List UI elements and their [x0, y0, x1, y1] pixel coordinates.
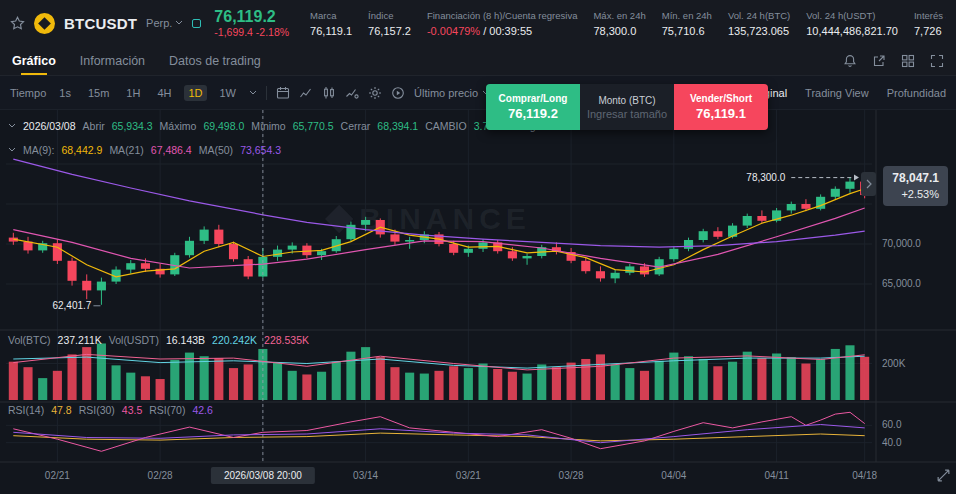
- sell-label: Vender/Short: [690, 93, 752, 104]
- indicators-icon[interactable]: [345, 86, 359, 100]
- app-header: BTCUSDT Perp. 76,119.2 -1,699.4 -2.18% M…: [0, 0, 956, 46]
- buy-label: Comprar/Long: [499, 93, 568, 104]
- ohlc-open: 65,934.3: [112, 120, 153, 132]
- amount-input[interactable]: Monto (BTC) Ingresar tamaño: [580, 84, 674, 130]
- price-change: -1,699.4 -2.18%: [214, 26, 289, 39]
- view-tabs: Original Trading View Profundidad: [749, 87, 946, 99]
- vol-btc-value: 237.211K: [58, 334, 102, 346]
- axis-scale-icon[interactable]: [936, 468, 951, 487]
- ma50-value: 73,654.3: [240, 144, 281, 156]
- svg-text:04/18: 04/18: [852, 470, 877, 481]
- svg-text:04/04: 04/04: [661, 470, 686, 481]
- svg-text:78,300.0: 78,300.0: [746, 172, 785, 183]
- sell-price: 76,119.1: [696, 106, 746, 121]
- share-icon[interactable]: [872, 54, 886, 68]
- ma9-value: 68,442.9: [62, 144, 103, 156]
- price-source-dropdown[interactable]: Último precio: [414, 87, 490, 99]
- settings-icon[interactable]: [368, 86, 382, 100]
- chevron-down-icon[interactable]: [8, 123, 16, 129]
- chevron-right-icon: [866, 179, 872, 189]
- stat-index-price: Índice76,157.2: [368, 10, 411, 37]
- price-summary: 76,119.2 -1,699.4 -2.18%: [214, 7, 289, 39]
- view-tab-profundidad[interactable]: Profundidad: [887, 87, 946, 99]
- market-stats: Marca76,119.1 Índice76,157.2 Financiació…: [310, 10, 946, 37]
- change-abs: -1,699.4: [214, 26, 253, 38]
- amount-label: Monto (BTC): [598, 95, 655, 106]
- svg-text:60.0: 60.0: [882, 419, 902, 430]
- interval-15m[interactable]: 15m: [84, 85, 113, 101]
- view-tab-tradingview[interactable]: Trading View: [805, 87, 869, 99]
- sell-short-button[interactable]: Vender/Short 76,119.1: [674, 84, 768, 130]
- collapse-panel-button[interactable]: [861, 172, 876, 196]
- chart-area: BINANCE 70,000.065,000.0200K60.040.078,3…: [0, 110, 956, 494]
- stat-volume-usdt: Vol. 24 h(USDT)10,444,486,821.70: [806, 10, 898, 37]
- crosshair-price-tag: 78,047.1 +2.53%: [883, 166, 948, 206]
- bell-icon[interactable]: [843, 54, 857, 68]
- price-chart-canvas[interactable]: 70,000.065,000.0200K60.040.078,300.062,4…: [0, 110, 956, 494]
- chart-toolbar: Tiempo 1s 15m 1H 4H 1D 1W Último precio …: [0, 76, 956, 110]
- svg-text:40.0: 40.0: [882, 437, 902, 448]
- stat-high-24h: Máx. en 24h78,300.0: [593, 10, 645, 37]
- change-pct: -2.18%: [256, 26, 289, 38]
- ohlc-close: 68,394.1: [377, 120, 418, 132]
- quick-order-panel: Comprar/Long 76,119.2 Monto (BTC) Ingres…: [486, 84, 768, 130]
- tag-change: +2.53%: [892, 187, 939, 202]
- contract-type-dropdown[interactable]: Perp.: [146, 17, 183, 29]
- svg-text:03/21: 03/21: [456, 470, 481, 481]
- calendar-icon[interactable]: [276, 86, 290, 100]
- chart-nav: Gráfico Información Datos de trading: [0, 46, 956, 76]
- rsi70-value: 42.6: [192, 404, 212, 416]
- binance-futures-ui: BTCUSDT Perp. 76,119.2 -1,699.4 -2.18% M…: [0, 0, 956, 494]
- svg-text:04/11: 04/11: [764, 470, 789, 481]
- ma21-value: 67,486.4: [151, 144, 192, 156]
- last-price: 76,119.2: [214, 7, 289, 26]
- tab-grafico[interactable]: Gráfico: [12, 46, 56, 75]
- ohlc-low: 65,770.5: [293, 120, 334, 132]
- favorite-star-icon[interactable]: [10, 16, 25, 31]
- chevron-down-icon[interactable]: [8, 147, 16, 153]
- ma-legend: MA(9):68,442.9 MA(21)67,486.4 MA(50)73,6…: [8, 144, 281, 156]
- vol-ma2-value: 228.535K: [264, 334, 309, 346]
- interval-1d[interactable]: 1D: [184, 85, 206, 101]
- svg-text:02/21: 02/21: [45, 470, 70, 481]
- interval-1h[interactable]: 1H: [122, 85, 144, 101]
- rsi-legend: RSI(14)47.8 RSI(30)43.5 RSI(70)42.6: [8, 404, 213, 416]
- stat-volume-btc: Vol. 24 h(BTC)135,723.065: [728, 10, 790, 37]
- interval-4h[interactable]: 4H: [153, 85, 175, 101]
- tab-datos-trading[interactable]: Datos de trading: [169, 46, 261, 75]
- candle-chart-icon[interactable]: [322, 86, 336, 100]
- amount-placeholder: Ingresar tamaño: [587, 108, 667, 120]
- ohlc-high: 69,498.0: [203, 120, 244, 132]
- more-intervals-chevron-icon[interactable]: [249, 90, 257, 96]
- stat-mark-price: Marca76,119.1: [310, 10, 352, 37]
- contract-detail-icon[interactable]: [192, 19, 201, 28]
- svg-text:02/28: 02/28: [148, 470, 173, 481]
- price-source-label: Último precio: [414, 87, 478, 99]
- binance-logo-icon: [34, 13, 55, 34]
- replay-icon[interactable]: [391, 86, 405, 100]
- ohlc-date: 2026/03/08: [23, 120, 76, 132]
- time-label: Tiempo: [10, 87, 46, 99]
- interval-1s[interactable]: 1s: [55, 85, 75, 101]
- rsi30-value: 43.5: [122, 404, 142, 416]
- grid-icon[interactable]: [901, 54, 915, 68]
- svg-text:2026/03/08 20:00: 2026/03/08 20:00: [224, 470, 302, 481]
- svg-text:03/14: 03/14: [353, 470, 378, 481]
- rsi14-value: 47.8: [51, 404, 71, 416]
- svg-text:65,000.0: 65,000.0: [882, 278, 921, 289]
- svg-text:03/28: 03/28: [559, 470, 584, 481]
- expand-icon[interactable]: [930, 54, 944, 68]
- symbol-title[interactable]: BTCUSDT: [64, 15, 137, 32]
- buy-price: 76,119.2: [508, 106, 558, 121]
- stat-low-24h: Mín. en 24h75,710.6: [662, 10, 712, 37]
- stat-open-interest: Interés abierto7,726: [914, 10, 946, 37]
- chevron-down-icon: [175, 20, 183, 26]
- buy-long-button[interactable]: Comprar/Long 76,119.2: [486, 84, 580, 130]
- vol-ma1-value: 220.242K: [212, 334, 257, 346]
- interval-1w[interactable]: 1W: [216, 85, 241, 101]
- svg-text:200K: 200K: [882, 358, 906, 369]
- tab-informacion[interactable]: Información: [80, 46, 145, 75]
- tag-price: 78,047.1: [892, 170, 939, 187]
- vol-usdt-value: 16.143B: [166, 334, 205, 346]
- line-chart-icon[interactable]: [299, 86, 313, 100]
